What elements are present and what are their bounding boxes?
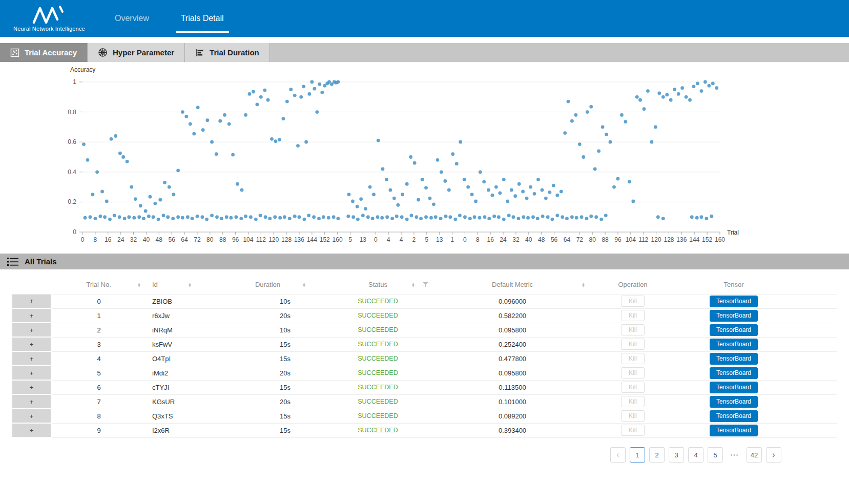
pagination-page-2[interactable]: 2 [649, 447, 665, 463]
pagination-page-1[interactable]: 1 [630, 447, 645, 463]
pagination: ‹12345•••42› [0, 447, 781, 463]
tensorboard-button[interactable]: TensorBoard [710, 353, 758, 365]
filter-icon[interactable] [423, 282, 428, 287]
kill-button[interactable]: Kill [621, 396, 645, 407]
svg-text:24: 24 [500, 236, 507, 243]
sort-icon[interactable]: ▲▼ [137, 282, 141, 287]
kill-button[interactable]: Kill [621, 324, 645, 335]
expand-row-button[interactable]: + [12, 394, 51, 409]
tensorboard-button[interactable]: TensorBoard [710, 410, 758, 422]
kill-button[interactable]: Kill [621, 367, 645, 379]
expand-row-button[interactable]: + [12, 351, 51, 366]
pagination-next-button[interactable]: › [766, 447, 781, 463]
kill-button[interactable]: Kill [621, 339, 645, 350]
accuracy-chart-area: 00.20.40.60.8108162432404856647280889610… [0, 63, 849, 254]
tensor-cell: TensorBoard [676, 351, 837, 366]
expand-column-header [12, 276, 51, 294]
svg-text:160: 160 [333, 236, 343, 243]
tab-trial-accuracy[interactable]: Trial Accuracy [0, 43, 88, 62]
trial-id-cell: ksFwV [146, 337, 215, 351]
kill-button[interactable]: Kill [621, 353, 645, 364]
kill-button[interactable]: Kill [621, 410, 645, 422]
kill-button[interactable]: Kill [621, 296, 645, 307]
svg-text:80: 80 [589, 236, 596, 243]
trial-row: +6cTYJI15sSUCCEEDED0.113500KillTensorBoa… [12, 380, 837, 394]
trial-no-cell: 5 [51, 366, 146, 380]
pagination-ellipsis[interactable]: ••• [727, 447, 742, 463]
svg-text:64: 64 [564, 236, 571, 243]
tab-trial-duration[interactable]: Trial Duration [185, 43, 270, 62]
expand-row-button[interactable]: + [12, 294, 51, 308]
tensorboard-button[interactable]: TensorBoard [710, 296, 758, 307]
svg-text:96: 96 [232, 236, 239, 243]
svg-text:Accuracy: Accuracy [70, 66, 95, 73]
tab-hyper-parameter[interactable]: Hyper Parameter [88, 43, 185, 62]
kill-button[interactable]: Kill [621, 310, 645, 321]
svg-text:120: 120 [268, 236, 279, 243]
svg-text:120: 120 [651, 236, 661, 243]
kill-button[interactable]: Kill [621, 425, 645, 436]
tensorboard-button[interactable]: TensorBoard [710, 396, 758, 408]
expand-row-button[interactable]: + [12, 380, 51, 394]
trial-no-cell: 3 [51, 337, 146, 351]
tensorboard-button[interactable]: TensorBoard [710, 382, 758, 393]
nav-tab-trials-detail-label: Trials Detail [181, 14, 224, 23]
chart-tab-bar: Trial Accuracy Hyper Parameter Trial Dur… [0, 43, 849, 62]
status-cell: SUCCEEDED [320, 409, 436, 423]
expand-row-button[interactable]: + [12, 423, 51, 437]
svg-text:40: 40 [143, 236, 150, 243]
tensor-cell: TensorBoard [676, 366, 837, 380]
status-cell: SUCCEEDED [320, 366, 436, 380]
accuracy-scatter-chart: 00.20.40.60.8108162432404856647280889610… [0, 63, 849, 251]
trial-row: +4O4TpI15sSUCCEEDED0.477800KillTensorBoa… [12, 351, 837, 366]
svg-text:1: 1 [450, 236, 454, 243]
web-icon [98, 48, 108, 57]
expand-row-button[interactable]: + [12, 323, 51, 337]
tab-trial-accuracy-label: Trial Accuracy [25, 48, 77, 57]
svg-text:1: 1 [73, 78, 76, 86]
expand-row-button[interactable]: + [12, 409, 51, 423]
status-cell: SUCCEEDED [320, 308, 436, 323]
trial-row: +0ZBIOB10sSUCCEEDED0.096000KillTensorBoa… [12, 294, 837, 308]
pagination-page-42[interactable]: 42 [747, 447, 762, 463]
metric-cell: 0.393400 [436, 423, 589, 437]
trial-id-cell: iMdi2 [146, 366, 215, 380]
pagination-page-5[interactable]: 5 [708, 447, 723, 463]
tensor-cell: TensorBoard [676, 423, 837, 437]
expand-row-button[interactable]: + [12, 308, 51, 323]
tensorboard-button[interactable]: TensorBoard [710, 425, 758, 436]
svg-text:56: 56 [551, 236, 558, 243]
pagination-page-3[interactable]: 3 [669, 447, 684, 463]
pagination-page-4[interactable]: 4 [688, 447, 703, 463]
sort-icon[interactable]: ▲▼ [582, 282, 585, 287]
tensor-cell: TensorBoard [676, 394, 837, 409]
tensorboard-button[interactable]: TensorBoard [710, 339, 758, 350]
svg-text:0: 0 [81, 236, 85, 243]
tensorboard-button[interactable]: TensorBoard [710, 324, 758, 336]
status-cell: SUCCEEDED [320, 394, 436, 409]
trial-row: +2iNRqM10sSUCCEEDED0.095800KillTensorBoa… [12, 323, 837, 337]
tensor-cell: TensorBoard [676, 409, 837, 423]
svg-text:112: 112 [256, 236, 266, 243]
expand-row-button[interactable]: + [12, 366, 51, 380]
svg-text:144: 144 [307, 236, 317, 243]
tensorboard-button[interactable]: TensorBoard [710, 367, 758, 379]
nav-tab-trials-detail[interactable]: Trials Detail [178, 0, 227, 37]
kill-button[interactable]: Kill [621, 382, 645, 393]
trial-id-cell: iNRqM [146, 323, 215, 337]
metric-cell: 0.582200 [436, 308, 589, 323]
metric-cell: 0.477800 [436, 351, 589, 366]
nav-tab-overview[interactable]: Overview [112, 0, 152, 37]
sort-icon[interactable]: ▲▼ [302, 282, 306, 287]
metric-cell: 0.113500 [436, 380, 589, 394]
pagination-prev-button[interactable]: ‹ [610, 447, 626, 463]
operation-cell: Kill [589, 423, 676, 437]
sort-icon[interactable]: ▲▼ [411, 282, 415, 287]
tensorboard-button[interactable]: TensorBoard [710, 310, 758, 322]
status-cell: SUCCEEDED [320, 423, 436, 437]
trial-id-cell: Q3xTS [146, 409, 215, 423]
trials-table: Trial No. ▲▼ Id ▲▼ Duration ▲▼ Status ▲▼… [12, 276, 837, 438]
sort-icon[interactable]: ▲▼ [188, 282, 192, 287]
svg-text:48: 48 [538, 236, 545, 243]
expand-row-button[interactable]: + [12, 337, 51, 351]
